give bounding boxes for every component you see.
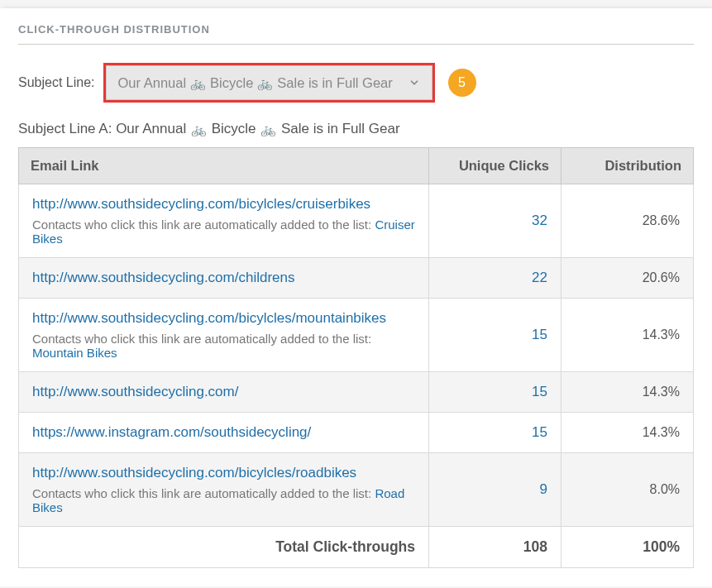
email-link[interactable]: https://www.instagram.com/southsidecycli…: [32, 424, 311, 440]
subject-line-selected-value: Our Annual 🚲 Bicycle 🚲 Sale is in Full G…: [118, 75, 393, 91]
cell-distribution: 14.3%: [561, 413, 694, 453]
email-link[interactable]: http://www.southsidecycling.com/bicylcle…: [32, 196, 370, 212]
table-row: http://www.southsidecycling.com/bicylcle…: [19, 299, 694, 372]
email-link[interactable]: http://www.southsidecycling.com/bicylcle…: [32, 310, 386, 326]
cell-distribution: 14.3%: [561, 299, 694, 372]
unique-clicks-link[interactable]: 9: [540, 481, 547, 497]
cell-link: http://www.southsidecycling.com/: [19, 372, 429, 413]
cell-clicks: 15: [429, 413, 561, 453]
bicycle-icon: 🚲: [191, 123, 207, 136]
cell-link: http://www.southsidecycling.com/bicylcle…: [19, 299, 429, 372]
subject-line-select[interactable]: Our Annual 🚲 Bicycle 🚲 Sale is in Full G…: [106, 65, 432, 100]
total-distribution: 100%: [561, 527, 694, 568]
col-email-link: Email Link: [19, 148, 429, 184]
cell-clicks: 15: [429, 299, 561, 372]
table-row: https://www.instagram.com/southsidecycli…: [19, 413, 694, 453]
col-distribution: Distribution: [561, 148, 694, 184]
unique-clicks-link[interactable]: 15: [532, 424, 547, 440]
unique-clicks-link[interactable]: 15: [532, 327, 547, 342]
bicycle-icon: 🚲: [260, 123, 276, 136]
cell-clicks: 9: [429, 453, 561, 527]
autolist-prefix: Contacts who click this link are automat…: [32, 332, 371, 346]
subject-line-heading: Subject Line A: Our Annual 🚲 Bicycle 🚲 S…: [18, 121, 694, 137]
col-unique-clicks: Unique Clicks: [429, 148, 561, 184]
autolist-note: Contacts who click this link are automat…: [32, 218, 415, 246]
step-badge: 5: [448, 69, 476, 97]
cell-clicks: 15: [429, 372, 561, 413]
cell-link: http://www.southsidecycling.com/bicylcle…: [19, 184, 429, 258]
total-clicks: 108: [429, 527, 561, 568]
table-row: http://www.southsidecycling.com/1514.3%: [19, 372, 694, 413]
subject-line-label: Subject Line:: [18, 75, 95, 90]
cell-link: https://www.instagram.com/southsidecycli…: [19, 413, 429, 453]
unique-clicks-link[interactable]: 32: [532, 213, 547, 228]
click-through-table: Email Link Unique Clicks Distribution ht…: [18, 147, 694, 568]
list-link[interactable]: Mountain Bikes: [32, 346, 117, 360]
total-label: Total Click-throughs: [19, 527, 429, 568]
table-row: http://www.southsidecycling.com/bicylcle…: [19, 184, 694, 258]
cell-distribution: 8.0%: [561, 453, 694, 527]
cell-clicks: 22: [429, 258, 561, 299]
click-through-panel: CLICK-THROUGH DISTRIBUTION Subject Line:…: [0, 8, 712, 586]
autolist-prefix: Contacts who click this link are automat…: [32, 218, 375, 232]
autolist-prefix: Contacts who click this link are automat…: [32, 486, 375, 500]
table-row: http://www.southsidecycling.com/children…: [19, 258, 694, 299]
cell-link: http://www.southsidecycling.com/bicylcle…: [19, 453, 429, 527]
bicycle-icon: 🚲: [190, 77, 206, 89]
email-link[interactable]: http://www.southsidecycling.com/: [32, 384, 238, 399]
cell-distribution: 14.3%: [561, 372, 694, 413]
bicycle-icon: 🚲: [257, 77, 273, 89]
cell-distribution: 20.6%: [561, 258, 694, 299]
table-row: http://www.southsidecycling.com/bicylcle…: [19, 453, 694, 527]
unique-clicks-link[interactable]: 22: [532, 270, 547, 285]
email-link[interactable]: http://www.southsidecycling.com/children…: [32, 270, 294, 285]
autolist-note: Contacts who click this link are automat…: [32, 332, 415, 360]
divider: [18, 44, 694, 45]
subject-line-select-highlight: Our Annual 🚲 Bicycle 🚲 Sale is in Full G…: [103, 63, 435, 103]
unique-clicks-link[interactable]: 15: [532, 384, 547, 399]
subject-line-control-row: Subject Line: Our Annual 🚲 Bicycle 🚲 Sal…: [18, 63, 694, 103]
table-total-row: Total Click-throughs 108 100%: [19, 527, 694, 568]
email-link[interactable]: http://www.southsidecycling.com/bicylcle…: [32, 465, 356, 480]
cell-link: http://www.southsidecycling.com/children…: [19, 258, 429, 299]
chevron-down-icon: [409, 77, 420, 88]
autolist-note: Contacts who click this link are automat…: [32, 486, 415, 514]
section-title: CLICK-THROUGH DISTRIBUTION: [18, 23, 694, 36]
cell-distribution: 28.6%: [561, 184, 694, 258]
cell-clicks: 32: [429, 184, 561, 258]
